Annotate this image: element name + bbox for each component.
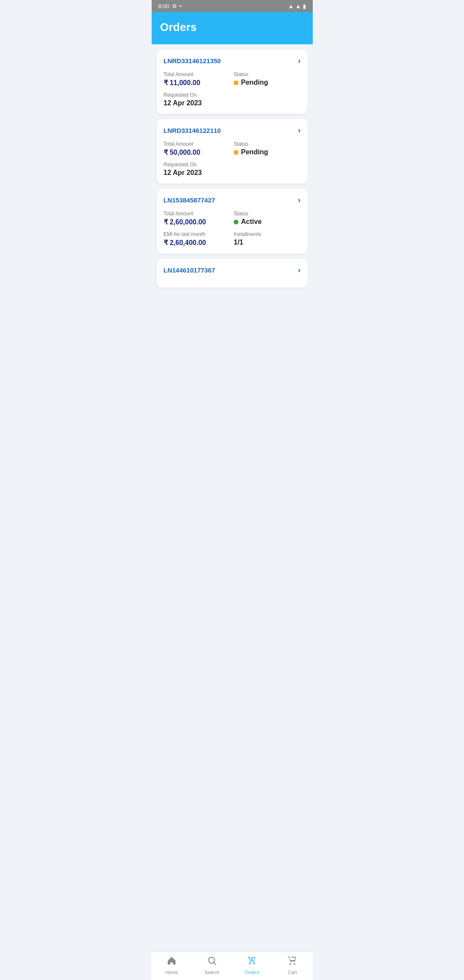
svg-line-1 [214,963,216,965]
status-wrapper-3: Active [234,218,301,226]
orders-list: LNRD33146121350 › Total Amount ₹ 11,000.… [152,44,313,322]
status-text-1: Pending [241,79,268,86]
status-bar-right: ▲ ▲ ▮ [288,3,306,9]
status-section-2: Status Pending [234,141,301,156]
total-amount-label-2: Total Amount [164,141,231,147]
order-card-2[interactable]: LNRD33146122110 › Total Amount ₹ 50,000.… [157,119,308,184]
chevron-right-icon-2: › [298,126,301,135]
order-card-3-body: Total Amount ₹ 2,60,000.00 Status Active… [164,211,301,247]
battery-icon: ▮ [303,3,306,9]
requested-on-value-2: 12 Apr 2023 [164,169,301,177]
status-dot-1 [234,80,238,85]
order-card-2-body: Total Amount ₹ 50,000.00 Status Pending … [164,141,301,177]
order-id-2: LNRD33146122110 [164,127,221,134]
nav-search-label: Search [205,970,220,975]
order-card-1-body: Total Amount ₹ 11,000.00 Status Pending … [164,71,301,107]
order-card-1-header[interactable]: LNRD33146121350 › [164,56,301,65]
requested-on-label-2: Requested On [164,162,301,168]
nav-orders[interactable]: Orders [239,956,265,975]
cart-icon [287,956,298,968]
status-section-1: Status Pending [234,71,301,87]
total-amount-label-1: Total Amount [164,71,231,77]
order-card-3[interactable]: LN153845877427 › Total Amount ₹ 2,60,000… [157,189,308,254]
status-wrapper-2: Pending [234,148,301,156]
orders-icon [247,956,257,968]
total-amount-section-3: Total Amount ₹ 2,60,000.00 [164,211,231,226]
emi-section-3: EMI for last month ₹ 2,60,400.00 [164,231,231,247]
status-text-3: Active [241,218,262,226]
installments-value-3: 1/1 [234,239,301,246]
status-wrapper-1: Pending [234,79,301,86]
total-amount-section-2: Total Amount ₹ 50,000.00 [164,141,231,156]
order-card-4[interactable]: LN144610177367 › [157,259,308,288]
dot-indicator: • [180,3,182,9]
status-label-2: Status [234,141,301,147]
signal-icon: ▲ [296,3,301,9]
order-card-1[interactable]: LNRD33146121350 › Total Amount ₹ 11,000.… [157,49,308,114]
total-amount-value-3: ₹ 2,60,000.00 [164,218,231,226]
status-text-2: Pending [241,148,268,156]
emi-label-3: EMI for last month [164,231,231,237]
status-bar: 8:00 ⚙ • ▲ ▲ ▮ [152,0,313,12]
bottom-nav: Home Search Orders Cart [152,952,313,980]
total-amount-section-1: Total Amount ₹ 11,000.00 [164,71,231,87]
page-title: Orders [160,21,304,34]
home-icon [166,956,177,968]
total-amount-value-1: ₹ 11,000.00 [164,79,231,87]
order-card-4-header[interactable]: LN144610177367 › [164,266,301,275]
nav-cart[interactable]: Cart [280,956,305,975]
status-section-3: Status Active [234,211,301,226]
total-amount-label-3: Total Amount [164,211,231,217]
order-id-3: LN153845877427 [164,196,215,204]
requested-on-value-1: 12 Apr 2023 [164,99,301,107]
total-amount-value-2: ₹ 50,000.00 [164,148,231,156]
installments-section-3: Installments 1/1 [234,231,301,247]
nav-home[interactable]: Home [159,956,184,975]
header: Orders [152,12,313,44]
status-label-1: Status [234,71,301,77]
nav-orders-label: Orders [245,970,259,975]
status-label-3: Status [234,211,301,217]
order-id-4: LN144610177367 [164,266,215,274]
order-card-3-header[interactable]: LN153845877427 › [164,196,301,205]
requested-on-label-1: Requested On [164,92,301,98]
settings-icon: ⚙ [172,3,177,9]
installments-label-3: Installments [234,231,301,237]
nav-search[interactable]: Search [199,956,225,975]
status-bar-left: 8:00 ⚙ • [159,3,182,9]
nav-home-label: Home [165,970,178,975]
time-display: 8:00 [159,3,169,9]
status-dot-2 [234,150,238,155]
status-dot-3 [234,220,238,224]
search-icon [207,956,217,968]
nav-cart-label: Cart [288,970,297,975]
chevron-right-icon-1: › [298,56,301,65]
requested-on-section-1: Requested On 12 Apr 2023 [164,92,301,107]
emi-value-3: ₹ 2,60,400.00 [164,239,231,247]
wifi-icon: ▲ [288,3,294,9]
chevron-right-icon-3: › [298,196,301,205]
order-id-1: LNRD33146121350 [164,57,221,64]
requested-on-section-2: Requested On 12 Apr 2023 [164,162,301,177]
order-card-2-header[interactable]: LNRD33146122110 › [164,126,301,135]
chevron-right-icon-4: › [298,266,301,275]
